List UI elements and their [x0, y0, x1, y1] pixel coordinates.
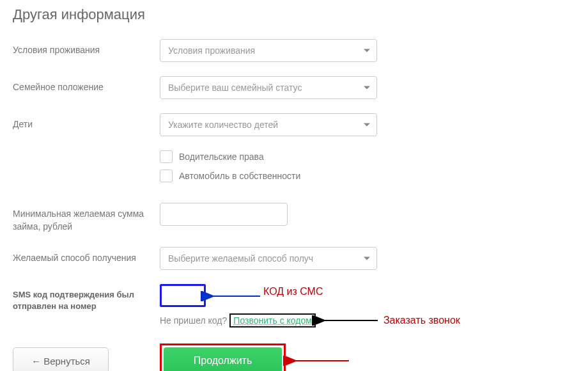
row-sms: SMS код подтверждения был отправлен на н… [13, 284, 575, 328]
checkbox-car-row: Автомобиль в собственности [160, 170, 300, 182]
row-children: Дети Укажите количество детей [13, 113, 575, 136]
call-with-code-link[interactable]: Позвонить с кодом [229, 313, 316, 328]
no-code-text: Не пришел код? [160, 315, 227, 326]
checkbox-car-label: Автомобиль в собственности [179, 171, 300, 181]
chevron-down-icon [364, 49, 370, 52]
checkbox-license[interactable] [160, 150, 173, 163]
select-living-placeholder: Условия проживания [168, 45, 255, 56]
select-living[interactable]: Условия проживания [160, 39, 377, 62]
label-living: Условия проживания [13, 39, 160, 57]
label-marital: Семейное положение [13, 76, 160, 94]
label-sms: SMS код подтверждения был отправлен на н… [13, 284, 160, 312]
checkbox-license-label: Водительские права [179, 152, 264, 162]
continue-highlight-box: Продолжить [160, 343, 286, 371]
arrow-sms-icon [206, 287, 263, 306]
chevron-down-icon [364, 86, 370, 90]
row-checkboxes: Водительские права Автомобиль в собствен… [13, 150, 575, 189]
row-marital: Семейное положение Выберите ваш семейный… [13, 76, 575, 99]
no-code-line: Не пришел код? Позвонить с кодом Заказат… [160, 313, 460, 328]
select-method-placeholder: Выберите желаемый способ получ [168, 253, 313, 264]
chevron-down-icon [364, 257, 370, 260]
select-children[interactable]: Укажите количество детей [160, 113, 377, 136]
chevron-down-icon [364, 123, 370, 127]
checkbox-license-row: Водительские права [160, 150, 300, 163]
input-sms-code[interactable] [160, 284, 206, 307]
back-button[interactable]: ← Вернуться [13, 347, 109, 371]
annotation-sms: КОД из СМС [263, 286, 323, 297]
select-marital[interactable]: Выберите ваш семейный статус [160, 76, 377, 99]
select-method[interactable]: Выберите желаемый способ получ [160, 247, 377, 270]
input-min-amount[interactable] [160, 203, 288, 226]
continue-button[interactable]: Продолжить [164, 347, 282, 371]
select-children-placeholder: Укажите количество детей [168, 120, 278, 130]
button-row: ← Вернуться Продолжить [13, 343, 575, 371]
annotation-call: Заказать звонок [383, 315, 460, 326]
row-method: Желаемый способ получения Выберите желае… [13, 247, 575, 270]
page-title: Другая информация [13, 6, 575, 23]
arrow-call-icon [317, 314, 381, 327]
row-min-amount: Минимальная желаемая сумма займа, рублей [13, 203, 575, 233]
label-children: Дети [13, 113, 160, 131]
label-min-amount: Минимальная желаемая сумма займа, рублей [13, 203, 160, 233]
select-marital-placeholder: Выберите ваш семейный статус [168, 83, 302, 93]
label-empty [13, 150, 160, 155]
checkbox-car[interactable] [160, 170, 173, 182]
label-method: Желаемый способ получения [13, 247, 160, 265]
row-living: Условия проживания Условия проживания [13, 39, 575, 62]
arrow-continue-icon [288, 351, 352, 370]
